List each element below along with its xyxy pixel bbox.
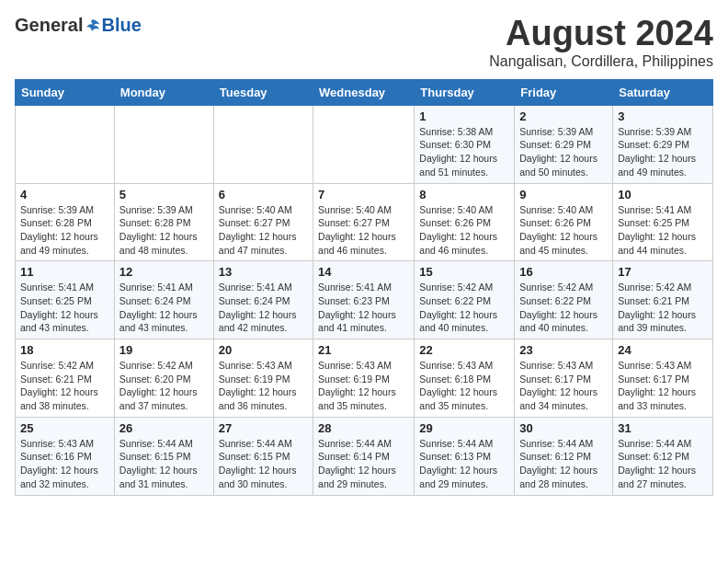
day-number: 6 [219,188,308,201]
day-info: Sunrise: 5:39 AMSunset: 6:29 PMDaylight:… [618,125,708,179]
day-info: Sunrise: 5:39 AMSunset: 6:29 PMDaylight:… [519,125,608,179]
calendar-cell: 12Sunrise: 5:41 AMSunset: 6:24 PMDayligh… [114,261,213,339]
calendar-cell: 30Sunrise: 5:44 AMSunset: 6:12 PMDayligh… [515,417,613,495]
day-info: Sunrise: 5:39 AMSunset: 6:28 PMDaylight:… [119,203,209,258]
day-number: 3 [618,109,708,123]
calendar-week-row: 4Sunrise: 5:39 AMSunset: 6:28 PMDaylight… [16,183,713,261]
calendar-cell: 13Sunrise: 5:41 AMSunset: 6:24 PMDayligh… [213,261,313,339]
calendar-cell [213,105,313,183]
calendar-cell: 20Sunrise: 5:43 AMSunset: 6:19 PMDayligh… [213,339,313,418]
day-number: 16 [519,265,608,279]
logo-general-text: General [15,15,83,36]
day-number: 26 [119,421,209,435]
calendar-cell: 10Sunrise: 5:41 AMSunset: 6:25 PMDayligh… [613,183,713,261]
day-number: 21 [318,343,409,357]
day-info: Sunrise: 5:40 AMSunset: 6:26 PMDaylight:… [419,203,509,258]
day-info: Sunrise: 5:43 AMSunset: 6:17 PMDaylight:… [519,359,608,413]
weekday-header-sunday: Sunday [16,79,115,105]
logo: General Blue [15,15,142,36]
weekday-header-wednesday: Wednesday [313,79,415,105]
day-number: 20 [219,343,308,357]
weekday-header-row: SundayMondayTuesdayWednesdayThursdayFrid… [16,79,713,105]
day-info: Sunrise: 5:41 AMSunset: 6:24 PMDaylight:… [219,281,308,335]
day-info: Sunrise: 5:41 AMSunset: 6:23 PMDaylight:… [318,281,409,335]
calendar-cell: 28Sunrise: 5:44 AMSunset: 6:14 PMDayligh… [313,417,415,495]
calendar-cell: 7Sunrise: 5:40 AMSunset: 6:27 PMDaylight… [313,183,415,261]
day-info: Sunrise: 5:42 AMSunset: 6:21 PMDaylight:… [20,359,109,413]
day-info: Sunrise: 5:44 AMSunset: 6:12 PMDaylight:… [618,437,708,491]
day-number: 30 [519,421,608,435]
calendar-cell [114,105,213,183]
calendar-week-row: 18Sunrise: 5:42 AMSunset: 6:21 PMDayligh… [16,339,713,418]
day-info: Sunrise: 5:39 AMSunset: 6:28 PMDaylight:… [20,203,109,258]
weekday-header-monday: Monday [114,79,213,105]
day-info: Sunrise: 5:43 AMSunset: 6:17 PMDaylight:… [618,359,708,413]
day-number: 2 [519,109,608,123]
day-number: 10 [618,188,708,201]
calendar-cell: 3Sunrise: 5:39 AMSunset: 6:29 PMDaylight… [613,105,713,183]
day-number: 27 [219,421,308,435]
calendar-cell: 8Sunrise: 5:40 AMSunset: 6:26 PMDaylight… [415,183,515,261]
logo-blue-text: Blue [101,15,141,36]
calendar-cell: 29Sunrise: 5:44 AMSunset: 6:13 PMDayligh… [415,417,515,495]
calendar-cell: 21Sunrise: 5:43 AMSunset: 6:19 PMDayligh… [313,339,415,418]
day-info: Sunrise: 5:44 AMSunset: 6:15 PMDaylight:… [219,437,308,491]
day-number: 23 [519,343,608,357]
day-number: 15 [419,265,509,279]
day-info: Sunrise: 5:42 AMSunset: 6:22 PMDaylight:… [519,281,608,335]
calendar-cell: 15Sunrise: 5:42 AMSunset: 6:22 PMDayligh… [415,261,515,339]
calendar-cell: 31Sunrise: 5:44 AMSunset: 6:12 PMDayligh… [613,417,713,495]
day-info: Sunrise: 5:44 AMSunset: 6:15 PMDaylight:… [119,437,209,491]
day-info: Sunrise: 5:40 AMSunset: 6:26 PMDaylight:… [519,203,608,258]
day-number: 29 [419,421,509,435]
calendar-cell: 24Sunrise: 5:43 AMSunset: 6:17 PMDayligh… [613,339,713,418]
day-info: Sunrise: 5:43 AMSunset: 6:19 PMDaylight:… [318,359,409,413]
calendar-cell: 18Sunrise: 5:42 AMSunset: 6:21 PMDayligh… [16,339,115,418]
day-number: 9 [519,188,608,201]
calendar-cell: 6Sunrise: 5:40 AMSunset: 6:27 PMDaylight… [213,183,313,261]
weekday-header-friday: Friday [515,79,613,105]
day-number: 5 [119,188,209,201]
day-info: Sunrise: 5:41 AMSunset: 6:24 PMDaylight:… [119,281,209,335]
day-number: 14 [318,265,409,279]
day-info: Sunrise: 5:41 AMSunset: 6:25 PMDaylight:… [20,281,109,335]
calendar-cell: 23Sunrise: 5:43 AMSunset: 6:17 PMDayligh… [515,339,613,418]
month-title: August 2024 [489,15,713,53]
day-number: 22 [419,343,509,357]
day-number: 8 [419,188,509,201]
calendar-cell: 19Sunrise: 5:42 AMSunset: 6:20 PMDayligh… [114,339,213,418]
calendar-cell: 2Sunrise: 5:39 AMSunset: 6:29 PMDaylight… [515,105,613,183]
calendar-week-row: 25Sunrise: 5:43 AMSunset: 6:16 PMDayligh… [16,417,713,495]
calendar-cell: 17Sunrise: 5:42 AMSunset: 6:21 PMDayligh… [613,261,713,339]
calendar-cell [313,105,415,183]
day-info: Sunrise: 5:43 AMSunset: 6:19 PMDaylight:… [219,359,308,413]
day-info: Sunrise: 5:38 AMSunset: 6:30 PMDaylight:… [419,125,509,179]
day-info: Sunrise: 5:42 AMSunset: 6:20 PMDaylight:… [119,359,209,413]
day-number: 7 [318,188,409,201]
weekday-header-thursday: Thursday [415,79,515,105]
day-info: Sunrise: 5:40 AMSunset: 6:27 PMDaylight:… [318,203,409,258]
title-area: August 2024 Nangalisan, Cordillera, Phil… [489,15,713,70]
calendar-cell: 25Sunrise: 5:43 AMSunset: 6:16 PMDayligh… [16,417,115,495]
calendar-cell: 22Sunrise: 5:43 AMSunset: 6:18 PMDayligh… [415,339,515,418]
day-number: 11 [20,265,109,279]
day-number: 4 [20,188,109,201]
day-info: Sunrise: 5:43 AMSunset: 6:18 PMDaylight:… [419,359,509,413]
day-info: Sunrise: 5:40 AMSunset: 6:27 PMDaylight:… [219,203,308,258]
calendar-cell: 4Sunrise: 5:39 AMSunset: 6:28 PMDaylight… [16,183,115,261]
day-info: Sunrise: 5:42 AMSunset: 6:22 PMDaylight:… [419,281,509,335]
calendar-cell: 26Sunrise: 5:44 AMSunset: 6:15 PMDayligh… [114,417,213,495]
day-number: 25 [20,421,109,435]
calendar-cell: 5Sunrise: 5:39 AMSunset: 6:28 PMDaylight… [114,183,213,261]
calendar-table: SundayMondayTuesdayWednesdayThursdayFrid… [15,79,713,496]
calendar-cell: 1Sunrise: 5:38 AMSunset: 6:30 PMDaylight… [415,105,515,183]
weekday-header-tuesday: Tuesday [213,79,313,105]
day-info: Sunrise: 5:41 AMSunset: 6:25 PMDaylight:… [618,203,708,258]
calendar-cell [16,105,115,183]
calendar-cell: 16Sunrise: 5:42 AMSunset: 6:22 PMDayligh… [515,261,613,339]
calendar-cell: 11Sunrise: 5:41 AMSunset: 6:25 PMDayligh… [16,261,115,339]
day-info: Sunrise: 5:44 AMSunset: 6:12 PMDaylight:… [519,437,608,491]
calendar-cell: 14Sunrise: 5:41 AMSunset: 6:23 PMDayligh… [313,261,415,339]
day-number: 24 [618,343,708,357]
calendar-cell: 27Sunrise: 5:44 AMSunset: 6:15 PMDayligh… [213,417,313,495]
